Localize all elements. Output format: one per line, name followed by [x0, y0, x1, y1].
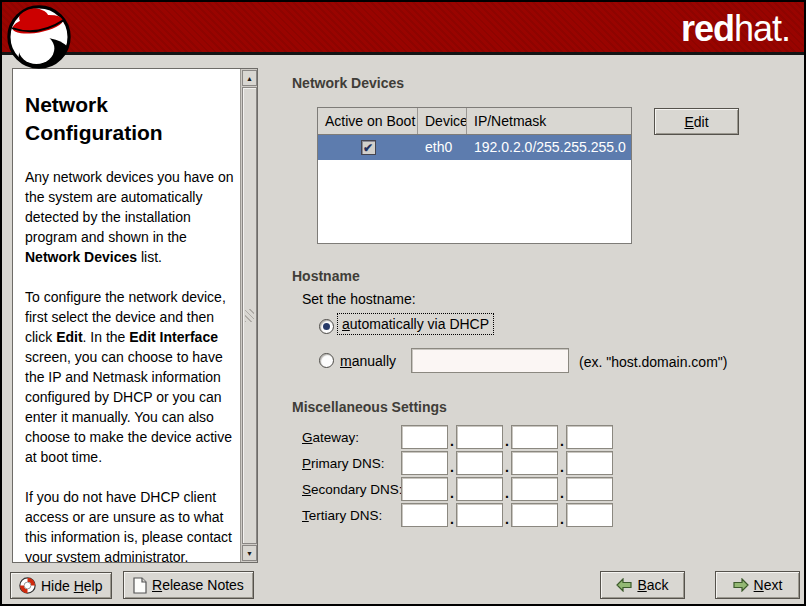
edit-button-label: Edit	[684, 114, 708, 130]
tertiary-dns-label: Tertiary DNS:	[302, 508, 401, 523]
wordmark-light: hat.	[734, 8, 790, 49]
octet-dot: .	[558, 425, 566, 449]
help-text: Any network devices you have on the syst…	[25, 167, 234, 562]
back-button-label: Back	[637, 577, 668, 593]
secondary-dns-octet-1[interactable]	[401, 477, 448, 501]
hostname-section-label: Hostname	[292, 268, 360, 284]
octet-dot: .	[503, 451, 511, 475]
gateway-octet-4[interactable]	[566, 425, 613, 449]
hostname-input[interactable]	[411, 348, 569, 373]
primary-dns-octet-4[interactable]	[566, 451, 613, 475]
octet-dot: .	[558, 503, 566, 527]
gateway-label: Gateway:	[302, 430, 401, 445]
network-devices-table: Active on Boot Device IP/Netmask ✔ eth0 …	[317, 107, 632, 244]
next-arrow-icon	[733, 578, 749, 592]
column-header-ip-netmask: IP/Netmask	[467, 108, 631, 134]
table-row[interactable]: ✔ eth0 192.0.2.0/255.255.255.0	[318, 135, 631, 160]
tertiary-dns-octet-3[interactable]	[511, 503, 558, 527]
network-devices-section-label: Network Devices	[292, 75, 404, 91]
secondary-dns-octet-3[interactable]	[511, 477, 558, 501]
octet-dot: .	[503, 477, 511, 501]
primary-dns-octet-2[interactable]	[456, 451, 503, 475]
ip-netmask-cell: 192.0.2.0/255.255.255.0	[467, 135, 631, 160]
octet-dot: .	[448, 451, 456, 475]
redhat-shadowman-logo	[7, 5, 71, 69]
octet-dot: .	[448, 425, 456, 449]
primary-dns-label: Primary DNS:	[302, 456, 401, 471]
device-cell: eth0	[418, 135, 467, 160]
octet-dot: .	[558, 451, 566, 475]
help-panel: Network Configuration Any network device…	[12, 68, 258, 563]
scroll-up-button[interactable]: ▲	[242, 70, 257, 86]
set-hostname-prompt: Set the hostname:	[302, 291, 416, 307]
octet-dot: .	[503, 425, 511, 449]
life-buoy-icon	[19, 577, 36, 594]
misc-settings-grid: Gateway: . . . Primary DNS: . . . Second…	[302, 425, 613, 529]
document-icon	[133, 577, 147, 594]
redhat-wordmark: redhat.	[681, 6, 790, 52]
radio-manually[interactable]	[319, 353, 334, 368]
column-header-active-on-boot: Active on Boot	[318, 108, 418, 134]
top-banner: redhat.	[2, 2, 804, 55]
active-on-boot-cell: ✔	[318, 135, 418, 160]
hide-help-label: Hide Help	[41, 578, 103, 594]
scroll-down-button[interactable]: ▼	[242, 545, 257, 561]
active-on-boot-checkbox[interactable]: ✔	[361, 140, 376, 155]
help-title: Network Configuration	[25, 91, 234, 147]
installer-window: redhat. Network Configuration Any networ…	[0, 0, 806, 606]
secondary-dns-label: Secondary DNS:	[302, 482, 401, 497]
help-scrollbar[interactable]: ▲ ▼	[240, 69, 257, 562]
next-button[interactable]: Next	[715, 571, 800, 599]
hostname-example-hint: (ex. "host.domain.com")	[579, 354, 727, 370]
help-text-area: Network Configuration Any network device…	[13, 69, 240, 562]
wordmark-bold: red	[681, 8, 734, 49]
release-notes-label: Release Notes	[152, 577, 244, 593]
table-header-row: Active on Boot Device IP/Netmask	[318, 108, 631, 135]
gateway-octet-1[interactable]	[401, 425, 448, 449]
primary-dns-octet-3[interactable]	[511, 451, 558, 475]
scrollbar-grip-icon	[245, 309, 254, 322]
primary-dns-row: Primary DNS: . . .	[302, 451, 613, 475]
octet-dot: .	[448, 503, 456, 527]
radio-automatic-dhcp-label[interactable]: automatically via DHCP	[338, 314, 493, 334]
next-button-label: Next	[754, 577, 783, 593]
back-button[interactable]: Back	[600, 571, 685, 599]
back-arrow-icon	[616, 578, 632, 592]
hide-help-button[interactable]: Hide Help	[10, 572, 112, 599]
secondary-dns-octet-4[interactable]	[566, 477, 613, 501]
octet-dot: .	[448, 477, 456, 501]
column-header-device: Device	[418, 108, 467, 134]
gateway-octet-2[interactable]	[456, 425, 503, 449]
secondary-dns-octet-2[interactable]	[456, 477, 503, 501]
tertiary-dns-octet-4[interactable]	[566, 503, 613, 527]
octet-dot: .	[558, 477, 566, 501]
gateway-octet-3[interactable]	[511, 425, 558, 449]
radio-manually-label[interactable]: manually	[340, 353, 396, 369]
tertiary-dns-octet-1[interactable]	[401, 503, 448, 527]
secondary-dns-row: Secondary DNS: . . .	[302, 477, 613, 501]
release-notes-button[interactable]: Release Notes	[123, 571, 254, 599]
tertiary-dns-row: Tertiary DNS: . . .	[302, 503, 613, 527]
edit-button[interactable]: Edit	[654, 108, 739, 135]
octet-dot: .	[503, 503, 511, 527]
misc-settings-section-label: Miscellaneous Settings	[292, 399, 447, 415]
tertiary-dns-octet-2[interactable]	[456, 503, 503, 527]
scrollbar-thumb[interactable]	[242, 87, 257, 544]
primary-dns-octet-1[interactable]	[401, 451, 448, 475]
gateway-row: Gateway: . . .	[302, 425, 613, 449]
radio-automatic-dhcp[interactable]	[319, 319, 334, 334]
